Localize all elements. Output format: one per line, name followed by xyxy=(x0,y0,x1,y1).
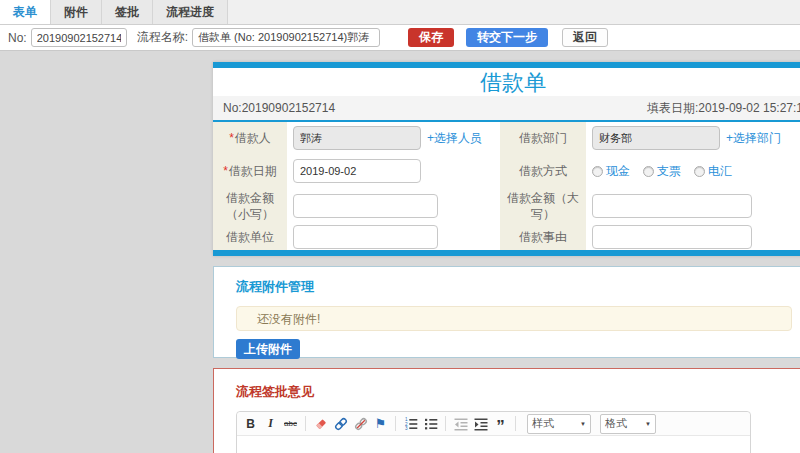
unlink-button[interactable] xyxy=(353,415,368,433)
link-button[interactable] xyxy=(333,415,348,433)
process-name-label: 流程名称: xyxy=(137,29,188,46)
editor-toolbar: B I abc xyxy=(237,412,750,436)
reason-field-cell xyxy=(586,224,800,250)
department-label: 借款部门 xyxy=(500,122,586,154)
tab-process-progress[interactable]: 流程进度 xyxy=(153,0,228,24)
chevron-down-icon: ▼ xyxy=(645,421,651,427)
unit-input[interactable] xyxy=(293,225,438,249)
back-button[interactable]: 返回 xyxy=(562,28,608,47)
indent-button[interactable] xyxy=(473,415,488,433)
form-bottom-bar xyxy=(213,250,800,256)
form-title: 借款单 xyxy=(213,68,800,96)
form-fill-date: 填表日期:2019-09-02 15:27:1 xyxy=(647,100,800,117)
radio-icon xyxy=(643,166,654,177)
required-mark: * xyxy=(229,131,234,145)
toolbar-divider xyxy=(515,416,516,431)
borrower-label: *借款人 xyxy=(213,122,287,154)
tab-form[interactable]: 表单 xyxy=(0,0,51,24)
blockquote-button[interactable]: ” xyxy=(493,415,508,433)
select-department-link[interactable]: +选择部门 xyxy=(726,130,781,147)
borrow-date-input[interactable] xyxy=(293,159,421,183)
radio-icon xyxy=(694,166,705,177)
no-label: No: xyxy=(8,31,27,45)
amount-lower-field-cell xyxy=(287,188,500,224)
bulleted-list-button[interactable] xyxy=(423,415,438,433)
unlink-icon xyxy=(354,417,368,431)
loan-form-panel: 借款单 No:20190902152714 填表日期:2019-09-02 15… xyxy=(213,62,800,256)
approval-title: 流程签批意见 xyxy=(236,383,792,401)
payment-option-cheque[interactable]: 支票 xyxy=(643,163,681,180)
bold-button[interactable]: B xyxy=(243,415,258,433)
attachments-panel: 流程附件管理 还没有附件! 上传附件 xyxy=(213,266,800,358)
payment-option-cash[interactable]: 现金 xyxy=(592,163,630,180)
rich-text-editor: B I abc xyxy=(236,411,751,453)
approval-panel: 流程签批意见 B I abc xyxy=(213,368,800,453)
no-input[interactable] xyxy=(31,28,127,47)
outdent-icon xyxy=(454,417,468,431)
department-input[interactable] xyxy=(592,126,720,150)
editor-content[interactable] xyxy=(237,436,750,453)
eraser-icon xyxy=(314,417,328,431)
unit-field-cell xyxy=(287,224,500,250)
anchor-button[interactable]: ⚑ xyxy=(373,415,388,433)
borrow-date-field-cell xyxy=(287,154,500,188)
required-mark: * xyxy=(223,164,228,178)
borrower-field-cell: +选择人员 xyxy=(287,122,500,154)
form-doc-no: No:20190902152714 xyxy=(223,101,335,115)
unit-label: 借款单位 xyxy=(213,224,287,250)
tab-approval[interactable]: 签批 xyxy=(102,0,153,24)
app-window: 表单 附件 签批 流程进度 No: 流程名称: 保存 转交下一步 返回 借款单 … xyxy=(0,0,800,453)
save-button[interactable]: 保存 xyxy=(408,28,454,47)
payment-method-label: 借款方式 xyxy=(500,154,586,188)
form-meta-row: No:20190902152714 填表日期:2019-09-02 15:27:… xyxy=(213,96,800,122)
flag-icon: ⚑ xyxy=(375,416,387,431)
process-name-input[interactable] xyxy=(192,28,380,47)
svg-text:3: 3 xyxy=(405,425,408,430)
department-field-cell: +选择部门 xyxy=(586,122,800,154)
toolbar-divider xyxy=(395,416,396,431)
indent-icon xyxy=(474,417,488,431)
amount-lower-label: 借款金额（小写） xyxy=(213,188,287,224)
chevron-down-icon: ▼ xyxy=(580,421,586,427)
numbered-list-button[interactable]: 123 xyxy=(403,415,418,433)
format-dropdown[interactable]: 格式 ▼ xyxy=(600,414,656,434)
toolbar-divider xyxy=(305,416,306,431)
reason-input[interactable] xyxy=(592,225,752,249)
no-attachments-message: 还没有附件! xyxy=(236,306,792,331)
tab-bar: 表单 附件 签批 流程进度 xyxy=(0,0,800,25)
select-person-link[interactable]: +选择人员 xyxy=(427,130,482,147)
numbered-list-icon: 123 xyxy=(404,417,418,431)
amount-lower-input[interactable] xyxy=(293,194,438,218)
borrow-date-label: *借款日期 xyxy=(213,154,287,188)
amount-upper-field-cell xyxy=(586,188,800,224)
link-icon xyxy=(334,417,348,431)
attachments-title: 流程附件管理 xyxy=(236,278,792,296)
styles-dropdown[interactable]: 样式 ▼ xyxy=(527,414,591,434)
bulleted-list-icon xyxy=(424,417,438,431)
payment-method-field-cell: 现金 支票 电汇 xyxy=(586,154,800,188)
amount-upper-input[interactable] xyxy=(592,194,752,218)
outdent-button[interactable] xyxy=(453,415,468,433)
borrower-input[interactable] xyxy=(293,126,421,150)
remove-format-button[interactable] xyxy=(313,415,328,433)
forward-next-step-button[interactable]: 转交下一步 xyxy=(466,28,548,47)
amount-upper-label: 借款金额（大写） xyxy=(500,188,586,224)
reason-label: 借款事由 xyxy=(500,224,586,250)
payment-option-wire-transfer[interactable]: 电汇 xyxy=(694,163,732,180)
toolbar-divider xyxy=(445,416,446,431)
tab-attachments[interactable]: 附件 xyxy=(51,0,102,24)
command-bar: No: 流程名称: 保存 转交下一步 返回 xyxy=(0,25,800,51)
form-fields-grid: *借款人 +选择人员 借款部门 +选择部门 *借款日期 借款方式 xyxy=(213,122,800,250)
italic-button[interactable]: I xyxy=(263,415,278,433)
strikethrough-button[interactable]: abc xyxy=(283,415,298,433)
radio-icon xyxy=(592,166,603,177)
upload-attachment-button[interactable]: 上传附件 xyxy=(236,339,300,359)
